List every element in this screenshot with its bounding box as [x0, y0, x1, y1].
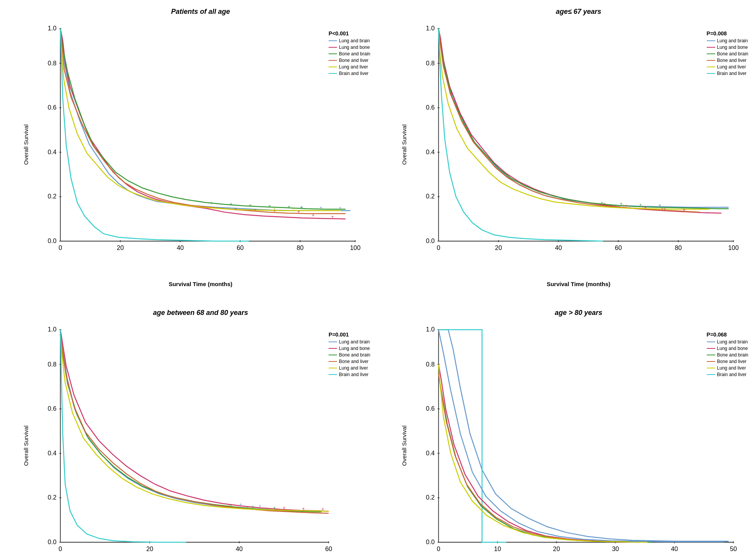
legend-item-1-4: Bone and liver	[329, 58, 370, 63]
svg-text:+: +	[266, 506, 269, 511]
svg-text:0.8: 0.8	[426, 60, 435, 67]
legend-item-3-6: Brain and liver	[329, 372, 370, 377]
legend-line-4-5	[707, 368, 715, 368]
svg-text:+: +	[663, 207, 666, 212]
legend-item-2-6: Brain and liver	[707, 71, 748, 76]
legend-3: P=0.001 Lung and brain Lung and bone Bon…	[329, 331, 370, 378]
legend-label-3-3: Bone and brain	[339, 352, 370, 358]
legend-line-2-6	[707, 73, 715, 74]
chart-title-1: Patients of all age	[27, 8, 374, 16]
svg-chart-3: 0.0 0.2 0.4 0.6 0.8 1.0 0 20 40 60	[27, 320, 374, 558]
legend-label-1-5: Lung and liver	[339, 64, 368, 70]
svg-text:+: +	[249, 203, 252, 208]
svg-text:40: 40	[671, 545, 678, 552]
svg-text:+: +	[230, 202, 232, 207]
svg-text:+: +	[287, 204, 290, 210]
svg-text:60: 60	[237, 244, 244, 251]
legend-line-3-5	[329, 368, 337, 368]
legend-label-1-3: Bone and brain	[339, 51, 370, 57]
main-grid: Patients of all age Overall Survival Sur…	[0, 0, 756, 558]
legend-line-4-4	[707, 361, 715, 362]
legend-item-2-3: Bone and brain	[707, 51, 748, 57]
svg-text:+: +	[230, 503, 232, 508]
legend-item-4-5: Lung and liver	[707, 365, 748, 371]
svg-text:0.4: 0.4	[426, 148, 435, 155]
legend-line-1-2	[329, 47, 337, 48]
svg-text:+: +	[268, 203, 271, 209]
legend-line-3-3	[329, 355, 337, 355]
legend-label-2-6: Brain and liver	[717, 71, 747, 76]
legend-item-3-4: Bone and liver	[329, 359, 370, 364]
svg-text:1.0: 1.0	[48, 326, 57, 333]
pvalue-2: P=0.008	[707, 30, 748, 37]
legend-line-2-1	[707, 40, 715, 41]
legend-item-4-1: Lung and brain	[707, 339, 748, 345]
x-label-2: Survival Time (months)	[547, 281, 611, 287]
pvalue-3: P=0.001	[329, 331, 370, 338]
legend-label-4-1: Lung and brain	[717, 339, 748, 345]
y-label-3: Overall Survival	[23, 426, 29, 466]
legend-line-2-2	[707, 47, 715, 48]
legend-item-4-4: Bone and liver	[707, 359, 748, 364]
legend-label-4-6: Brain and liver	[717, 372, 747, 377]
svg-text:0: 0	[58, 244, 62, 251]
legend-item-2-5: Lung and liver	[707, 64, 748, 70]
legend-label-2-1: Lung and brain	[717, 38, 748, 43]
legend-label-4-3: Bone and brain	[717, 352, 748, 358]
chart-area-2: Overall Survival Survival Time (months) …	[405, 19, 753, 270]
legend-line-3-2	[329, 348, 337, 349]
legend-label-2-5: Lung and liver	[717, 64, 746, 70]
legend-line-3-1	[329, 341, 337, 342]
svg-text:+: +	[319, 205, 322, 210]
svg-text:+: +	[300, 205, 303, 210]
svg-text:0.2: 0.2	[426, 494, 435, 501]
legend-item-1-5: Lung and liver	[329, 64, 370, 70]
legend-1: P<0.001 Lung and brain Lung and bone Bon…	[329, 30, 370, 77]
legend-item-4-6: Brain and liver	[707, 372, 748, 377]
legend-line-3-6	[329, 374, 337, 375]
svg-text:0.6: 0.6	[48, 104, 57, 111]
svg-text:60: 60	[615, 244, 622, 251]
svg-text:+: +	[644, 205, 646, 210]
y-label-4: Overall Survival	[401, 426, 407, 466]
svg-text:0.0: 0.0	[48, 237, 57, 244]
svg-text:60: 60	[325, 545, 332, 552]
legend-line-1-4	[329, 60, 337, 61]
svg-text:+: +	[292, 206, 295, 212]
svg-text:100: 100	[350, 244, 360, 251]
legend-label-3-2: Lung and bone	[339, 346, 370, 351]
svg-text:0.0: 0.0	[48, 538, 57, 545]
legend-2: P=0.008 Lung and brain Lung and bone Bon…	[707, 30, 748, 77]
svg-text:0.4: 0.4	[426, 450, 435, 456]
svg-text:+: +	[624, 203, 627, 209]
svg-chart-1: 0.0 0.2 0.4 0.6 0.8 1.0 0 20 40 60 80 10…	[27, 19, 374, 270]
svg-text:+: +	[259, 503, 261, 509]
legend-line-1-5	[329, 67, 337, 67]
svg-text:0.8: 0.8	[426, 361, 435, 368]
svg-text:20: 20	[553, 545, 560, 552]
legend-label-1-4: Bone and liver	[339, 58, 369, 63]
x-label-1: Survival Time (months)	[169, 281, 232, 287]
legend-item-1-2: Lung and bone	[329, 45, 370, 50]
chart-title-4: age > 80 years	[405, 309, 753, 317]
legend-label-2-4: Bone and liver	[717, 58, 747, 63]
svg-text:0.4: 0.4	[48, 450, 57, 456]
legend-label-3-5: Lung and liver	[339, 365, 368, 371]
svg-text:+: +	[273, 206, 276, 212]
svg-text:0.2: 0.2	[48, 193, 57, 200]
svg-text:+: +	[683, 207, 685, 213]
svg-text:+: +	[239, 502, 242, 507]
svg-text:10: 10	[494, 545, 501, 552]
svg-text:0: 0	[437, 244, 440, 251]
svg-text:+: +	[254, 207, 256, 213]
svg-text:0.6: 0.6	[48, 405, 57, 412]
legend-label-4-2: Lung and bone	[717, 346, 748, 351]
legend-line-1-6	[329, 73, 337, 74]
legend-label-2-3: Bone and brain	[717, 51, 748, 57]
svg-text:1.0: 1.0	[426, 25, 435, 32]
legend-label-3-6: Brain and liver	[339, 372, 369, 377]
legend-item-1-3: Bone and brain	[329, 51, 370, 57]
y-label-2: Overall Survival	[401, 124, 407, 165]
svg-text:+: +	[339, 205, 342, 211]
legend-4: P=0.068 Lung and brain Lung and bone Bon…	[707, 331, 748, 378]
